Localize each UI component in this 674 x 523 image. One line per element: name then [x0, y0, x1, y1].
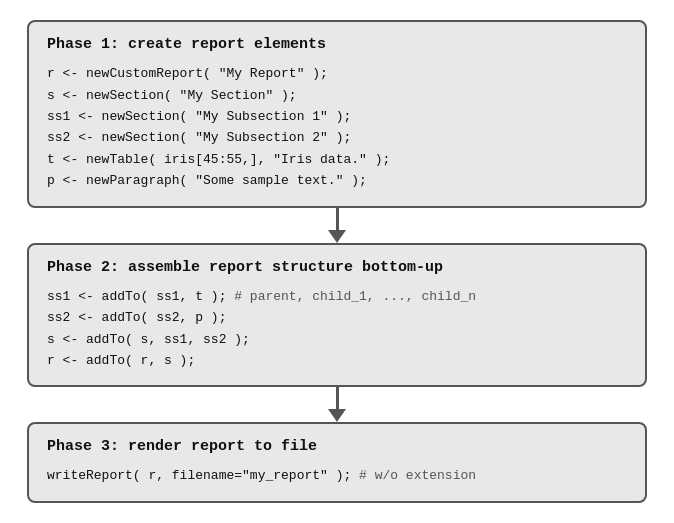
- arrow1-stem: [336, 208, 339, 230]
- phase1-line4: ss2 <- newSection( "My Subsection 2" );: [47, 130, 351, 145]
- phase1-line5: t <- newTable( iris[45:55,], "Iris data.…: [47, 152, 390, 167]
- arrow1-head: [328, 230, 346, 243]
- phase2-code: ss1 <- addTo( ss1, t ); # parent, child_…: [47, 286, 627, 372]
- phase2-line2: ss2 <- addTo( ss2, p );: [47, 310, 226, 325]
- phase3-title: Phase 3: render report to file: [47, 438, 627, 455]
- phase1-code: r <- newCustomReport( "My Report" ); s <…: [47, 63, 627, 192]
- phase2-line3: s <- addTo( s, ss1, ss2 );: [47, 332, 250, 347]
- phase2-line4: r <- addTo( r, s );: [47, 353, 195, 368]
- phase3-line1: writeReport( r, filename="my_report" ); …: [47, 468, 476, 483]
- arrow2-stem: [336, 387, 339, 409]
- phase1-line3: ss1 <- newSection( "My Subsection 1" );: [47, 109, 351, 124]
- phase3-box: Phase 3: render report to file writeRepo…: [27, 422, 647, 502]
- phase1-title: Phase 1: create report elements: [47, 36, 627, 53]
- arrow1-connector: [328, 208, 346, 243]
- phase2-line1: ss1 <- addTo( ss1, t ); # parent, child_…: [47, 289, 476, 304]
- phase1-line1: r <- newCustomReport( "My Report" );: [47, 66, 328, 81]
- phase2-box: Phase 2: assemble report structure botto…: [27, 243, 647, 388]
- phase3-code: writeReport( r, filename="my_report" ); …: [47, 465, 627, 486]
- phase2-title: Phase 2: assemble report structure botto…: [47, 259, 627, 276]
- arrow2-connector: [328, 387, 346, 422]
- main-container: Phase 1: create report elements r <- new…: [27, 20, 647, 503]
- phase1-line6: p <- newParagraph( "Some sample text." )…: [47, 173, 367, 188]
- arrow2-head: [328, 409, 346, 422]
- phase1-line2: s <- newSection( "My Section" );: [47, 88, 297, 103]
- phase1-box: Phase 1: create report elements r <- new…: [27, 20, 647, 208]
